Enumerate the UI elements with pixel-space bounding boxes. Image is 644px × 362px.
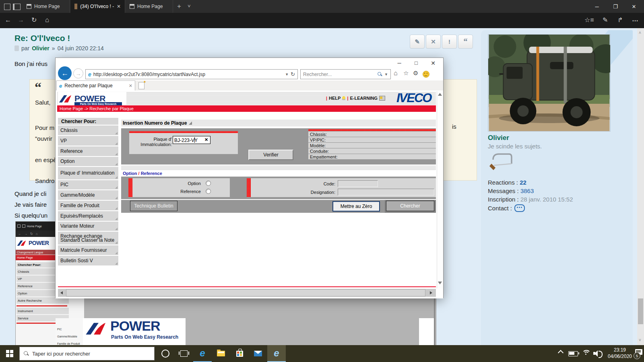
clear-input-icon[interactable]: ✕ xyxy=(204,137,208,142)
scroll-up-icon[interactable] xyxy=(438,93,442,96)
search-magnifier-icon[interactable] xyxy=(378,72,382,76)
section2-option-link[interactable]: Option xyxy=(123,171,137,176)
cortana-icon[interactable] xyxy=(156,345,175,362)
ie-settings-gear-icon[interactable]: ⚙ xyxy=(413,70,418,77)
scroll-left-icon[interactable] xyxy=(59,290,64,296)
report-post-button[interactable]: ! xyxy=(442,35,457,49)
sidebar-item-pic[interactable]: PIC xyxy=(58,180,118,189)
mail-icon[interactable] xyxy=(249,345,267,362)
sidebar-item-option[interactable]: Option xyxy=(58,157,118,166)
scroll-up-icon[interactable]: ˄ xyxy=(639,31,641,35)
edge-restore-button[interactable]: ❐ xyxy=(609,0,621,12)
edge-close-button[interactable]: ✕ xyxy=(628,0,640,12)
technique-bulletin-button[interactable]: Technique Bulletin xyxy=(130,201,178,211)
hscrollbar-thumb[interactable] xyxy=(66,289,425,296)
wifi-icon[interactable] xyxy=(582,350,589,356)
tab-list-chevron-icon[interactable]: ˅ xyxy=(188,4,191,9)
ie-forward-icon[interactable]: → xyxy=(73,68,83,78)
web-note-pen-icon[interactable]: ✎ xyxy=(603,17,608,23)
quote-post-button[interactable]: “ xyxy=(458,35,473,49)
forward-icon[interactable]: → xyxy=(18,17,24,23)
taskbar-ie-icon[interactable]: e xyxy=(267,345,286,362)
set-tabs-aside-icon[interactable] xyxy=(13,4,21,10)
start-button[interactable] xyxy=(0,345,19,362)
sidebar-item-vp[interactable]: VP xyxy=(58,136,118,146)
new-tab-icon[interactable]: + xyxy=(177,3,181,10)
sidebar-item-epuises[interactable]: Epuisès/Remplacès xyxy=(58,211,118,221)
tray-chevron-icon[interactable] xyxy=(559,351,563,355)
battery-icon[interactable] xyxy=(568,351,578,356)
app-vscrollbar[interactable] xyxy=(437,91,443,288)
sidebar-item-famille[interactable]: Famille de Produit xyxy=(58,201,118,210)
ie-maximize-button[interactable]: □ xyxy=(411,60,422,66)
back-icon[interactable]: ← xyxy=(5,17,11,23)
mettre-au-zero-button[interactable]: Mettre au Zèro xyxy=(332,201,380,212)
page-scrollbar[interactable]: ˄ ˅ xyxy=(637,28,644,345)
close-tab-icon[interactable]: ✕ xyxy=(129,83,132,88)
tab-iveco-active[interactable]: (34) O'l'Iveco ! - Page 2 ✕ xyxy=(70,0,125,13)
task-view-icon[interactable] xyxy=(175,345,193,362)
ie-title-bar[interactable]: ─ □ ✕ xyxy=(56,58,443,68)
sidebar-item-plaque[interactable]: Plaque d' Immatriculation xyxy=(58,167,118,179)
edit-post-button[interactable]: ✎ xyxy=(410,35,425,49)
edge-minimize-button[interactable]: ─ xyxy=(591,0,603,12)
reactions-value[interactable]: 22 xyxy=(520,179,526,186)
share-icon[interactable]: ↱ xyxy=(617,17,623,23)
ie-back-icon[interactable]: ← xyxy=(58,66,72,80)
ie-minimize-button[interactable]: ─ xyxy=(394,60,405,66)
option-radio[interactable] xyxy=(206,181,211,186)
sidebar-item-bulletin[interactable]: Bulletin Sosti V xyxy=(58,256,118,265)
help-link[interactable]: HELP xyxy=(329,96,341,101)
scroll-down-icon[interactable] xyxy=(438,282,442,284)
ie-url-bar[interactable]: e http://desktop-or2ut7v:8080/mycatric/s… xyxy=(85,69,298,79)
close-tab-icon[interactable]: ✕ xyxy=(117,4,121,9)
notification-center-icon[interactable]: 5 xyxy=(635,349,643,356)
sidebar-item-reference[interactable]: Reference xyxy=(58,146,118,156)
tab-home-page-2[interactable]: Home Page xyxy=(126,0,173,13)
profile-name[interactable]: Olivier xyxy=(488,134,509,142)
elearning-link[interactable]: E-LEARNING xyxy=(350,96,378,101)
more-options-icon[interactable]: … xyxy=(632,16,638,23)
tray-clock[interactable]: 23:19 04/06/2020 xyxy=(606,347,634,360)
ie-home-icon[interactable]: ⌂ xyxy=(394,70,398,77)
taskbar-search-box[interactable]: Taper ici pour rechercher xyxy=(19,347,155,360)
chercher-button[interactable]: Chercher xyxy=(386,201,434,211)
store-icon[interactable] xyxy=(230,345,249,362)
designation-input[interactable] xyxy=(338,189,434,195)
code-input[interactable] xyxy=(338,180,378,187)
ie-search-box[interactable]: Rechercher... ▼ xyxy=(300,69,391,79)
scroll-down-icon[interactable]: ˅ xyxy=(639,338,641,342)
search-dropdown-icon[interactable]: ▼ xyxy=(384,72,388,76)
ie-new-tab-icon[interactable]: * xyxy=(138,82,144,89)
sidebar-item-variante[interactable]: Variante Moteur xyxy=(58,222,118,231)
taskbar-edge-icon[interactable]: e xyxy=(193,345,212,362)
ie-tab-active[interactable]: e Recherche par Plaque ✕ xyxy=(56,80,135,90)
ie-favorites-star-icon[interactable]: ☆ xyxy=(403,70,409,77)
delete-post-button[interactable]: ✕ xyxy=(426,35,441,49)
verifier-button[interactable]: Verifier xyxy=(248,150,293,160)
scrollbar-thumb[interactable] xyxy=(638,298,643,324)
sidebar-item-chassis[interactable]: Chàssis xyxy=(58,125,118,135)
smiley-feedback-icon[interactable] xyxy=(423,71,429,78)
url-dropdown-icon[interactable]: ▼ xyxy=(285,72,289,76)
sidebar-item-gamme[interactable]: Gamme/Modèle xyxy=(58,190,118,200)
byline-author-link[interactable]: Olivier xyxy=(32,45,50,51)
sidebar-item-rechange[interactable]: Rechange echange Standard Classer la Not… xyxy=(58,232,118,245)
sidebar-item-matricule[interactable]: Matricule Fournisseur xyxy=(58,245,118,255)
scroll-right-icon[interactable] xyxy=(428,290,434,296)
home-icon[interactable]: ⌂ xyxy=(45,16,49,23)
reference-radio[interactable] xyxy=(206,189,211,194)
messages-value[interactable]: 3863 xyxy=(520,187,534,194)
hub-favorites-icon[interactable]: ☆≡ xyxy=(584,17,594,23)
file-explorer-icon[interactable] xyxy=(212,345,230,362)
tab-home-page-1[interactable]: Home Page xyxy=(23,0,70,13)
avatar[interactable] xyxy=(488,34,611,132)
section2-reference-link[interactable]: Reference xyxy=(141,171,162,176)
plaque-input[interactable]: BJ-223-VY ✕ xyxy=(173,136,211,144)
tab-preview-icon[interactable] xyxy=(4,4,10,10)
ie-close-button[interactable]: ✕ xyxy=(427,60,439,66)
ie-refresh-icon[interactable]: ↻ xyxy=(291,71,295,77)
app-hscrollbar[interactable] xyxy=(58,289,436,297)
refresh-icon[interactable]: ↻ xyxy=(31,17,37,23)
contact-bubble-icon[interactable] xyxy=(514,204,525,212)
